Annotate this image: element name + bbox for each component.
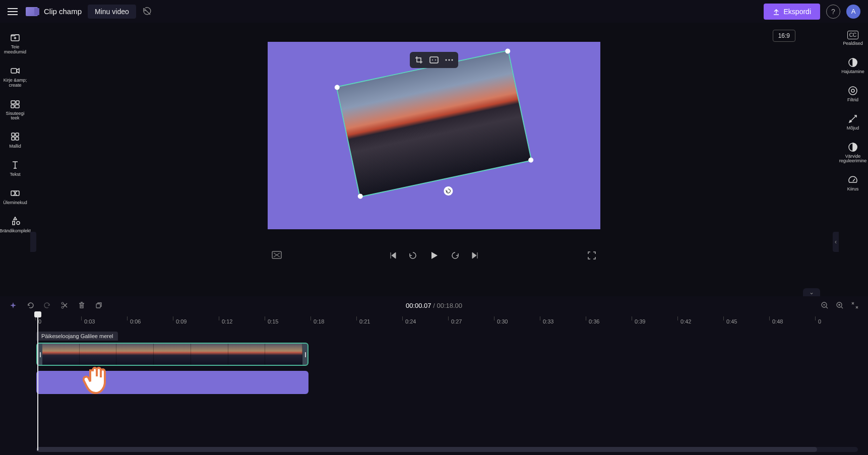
rsb-label: Pealdised [843,41,863,46]
svg-rect-24 [96,304,100,308]
fullscreen-button[interactable] [587,251,596,260]
timeline-collapse-button[interactable]: ⌄ [803,288,820,296]
play-button[interactable] [429,250,439,261]
redo-button[interactable] [43,301,51,309]
zoom-in-button[interactable] [836,301,844,309]
left-sidebar: Teie meediumid Kirje &amp; create Sisute… [0,23,30,294]
sidebar-label: Tekst [10,172,20,177]
ruler-mark: 0:24 [402,314,448,329]
preview-area: 16:9 [30,23,838,294]
ruler-mark: 0:18 [311,314,356,329]
rsb-label: Mõjud [847,126,859,131]
timeline-scrollbar[interactable] [36,447,858,452]
fit-button[interactable] [429,55,439,65]
ai-sparkle-button[interactable] [9,301,17,309]
brand-kit-icon [10,216,21,227]
selected-clip[interactable] [336,50,532,198]
resize-handle-br[interactable] [528,157,534,163]
sidebar-item-brand-kit[interactable]: Brändikomplekt [0,213,30,237]
svg-point-12 [432,59,433,60]
aspect-ratio-selector[interactable]: 16:9 [773,30,795,42]
svg-rect-6 [12,133,15,136]
right-panel-collapse-handle[interactable]: ‹ [833,232,839,252]
skip-forward-button[interactable] [471,251,479,259]
ruler-mark: 0:12 [219,314,265,329]
clip-toolbar [410,52,458,68]
effects-icon [848,114,858,124]
rsb-speed[interactable]: Kiirus [846,173,860,194]
zoom-fit-button[interactable] [851,301,859,309]
sidebar-item-templates[interactable]: Mallid [0,128,30,152]
sidebar-item-content-library[interactable]: Sisuteegi teek [0,95,30,124]
user-avatar[interactable]: A [846,5,860,19]
rsb-fade[interactable]: Hajutamine [840,55,865,77]
rewind-button[interactable] [408,250,418,261]
menu-button[interactable] [8,6,20,18]
app-name: Clip champ [44,7,82,16]
split-button[interactable] [60,301,69,309]
hide-preview-button[interactable] [272,251,282,260]
sidebar-label: Sisuteegi teek [6,111,24,121]
timeline-tracks: Päikeseloojang Galilee merel || || [36,343,868,394]
ruler-mark: 0:27 [448,314,494,329]
undo-button[interactable] [26,301,34,309]
svg-point-14 [446,59,447,61]
rsb-color-adjust[interactable]: Värvide reguleerimine [838,140,868,166]
upload-icon [773,8,780,15]
help-button[interactable]: ? [826,5,840,19]
sidebar-label: Kirje &amp; create [4,78,27,88]
fade-icon [848,57,858,68]
timeline-timecode: 00:00.07 / 00:18.00 [406,302,462,309]
sidebar-label: Üleminekud [3,201,27,206]
cursor-hand-icon [83,363,113,398]
skip-back-button[interactable] [389,251,397,259]
rsb-filters[interactable]: Filtrid [846,84,859,105]
svg-point-16 [452,59,453,61]
rsb-captions[interactable]: CC Pealdised [842,29,864,48]
svg-rect-9 [16,137,19,140]
forward-button[interactable] [450,250,460,261]
delete-button[interactable] [78,301,86,309]
duplicate-button[interactable] [95,301,103,309]
playback-controls [268,250,600,261]
svg-point-15 [449,59,450,61]
cc-icon: CC [847,31,858,39]
sidebar-label: Brändikomplekt [0,229,31,234]
svg-point-23 [61,306,64,308]
more-options-button[interactable] [444,55,454,65]
timeline-ruler[interactable]: 00:030:060:090:120:150:180:210:240:270:3… [35,314,868,329]
rsb-effects[interactable]: Mõjud [846,112,860,133]
ruler-mark: 0:48 [769,314,815,329]
right-sidebar: CC Pealdised Hajutamine Filtrid Mõjud Vä… [838,23,868,294]
svg-rect-5 [15,105,19,108]
text-icon [10,159,21,170]
video-clip[interactable]: || || [36,343,308,366]
sidebar-item-record-create[interactable]: Kirje &amp; create [0,62,30,91]
crop-button[interactable] [414,55,424,65]
video-canvas[interactable] [268,42,600,229]
ruler-mark: 0:21 [356,314,402,329]
sidebar-label: Teie meediumid [1,45,29,55]
zoom-out-button[interactable] [821,301,829,309]
rsb-label: Värvide reguleerimine [839,154,867,164]
app-header: Clip champ Minu video Ekspordi ? A [0,0,868,23]
svg-point-19 [849,87,857,95]
sidebar-item-transitions[interactable]: Üleminekud [0,184,30,209]
ruler-mark: 0:36 [586,314,632,329]
clip-trim-handle-right[interactable]: || [302,344,307,365]
clip-title-tab: Päikeseloojang Galilee merel [36,332,118,341]
scrollbar-thumb[interactable] [36,447,817,452]
rotate-handle[interactable] [443,185,454,196]
sidebar-item-text[interactable]: Tekst [0,156,30,180]
sidebar-item-your-media[interactable]: Teie meediumid [0,29,30,58]
video-camera-icon [10,65,21,76]
project-name-input[interactable]: Minu video [88,5,136,19]
timeline-playhead[interactable] [37,314,38,450]
ruler-mark: 0:30 [494,314,540,329]
ruler-mark: 0:42 [677,314,723,329]
background-clip[interactable] [36,371,308,394]
sidebar-label: Mallid [9,144,21,149]
export-button[interactable]: Ekspordi [764,4,820,20]
sync-off-icon[interactable] [142,7,152,17]
ruler-mark: 0:03 [81,314,127,329]
